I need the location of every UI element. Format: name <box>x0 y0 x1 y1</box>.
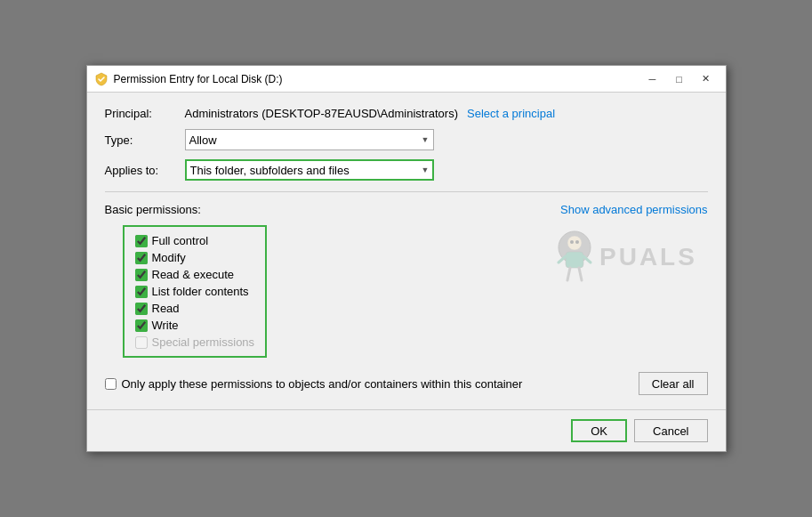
maximize-button[interactable]: □ <box>667 70 692 88</box>
read-execute-checkbox[interactable] <box>135 269 148 281</box>
window-body: Principal: Administrators (DESKTOP-87EAU… <box>87 93 726 409</box>
modify-checkbox[interactable] <box>135 252 148 264</box>
applies-select-wrapper: This folder, subfolders and files This f… <box>185 159 434 181</box>
type-select-wrapper: Allow Deny <box>185 129 434 150</box>
list-folder-checkbox[interactable] <box>135 286 148 298</box>
type-select[interactable]: Allow Deny <box>185 129 434 150</box>
svg-line-5 <box>567 268 570 280</box>
title-bar-buttons: ─ □ ✕ <box>640 70 719 88</box>
read-label: Read <box>152 302 180 315</box>
only-apply-checkbox[interactable] <box>105 378 117 390</box>
clear-all-button[interactable]: Clear all <box>639 372 708 395</box>
svg-point-7 <box>570 240 574 244</box>
permission-read-execute: Read & execute <box>135 268 255 281</box>
permission-list-folder: List folder contents <box>135 285 255 298</box>
special-label: Special permissions <box>152 335 255 349</box>
special-checkbox <box>135 336 148 349</box>
applies-select[interactable]: This folder, subfolders and files This f… <box>185 159 434 181</box>
only-apply-row: Only apply these permissions to objects … <box>105 377 523 391</box>
permission-read: Read <box>135 302 255 315</box>
bottom-section: Only apply these permissions to objects … <box>105 372 708 395</box>
list-folder-label: List folder contents <box>152 285 249 298</box>
read-execute-label: Read & execute <box>152 268 235 281</box>
permission-write: Write <box>135 319 255 332</box>
watermark-area: PUALS <box>548 225 708 296</box>
write-checkbox[interactable] <box>135 319 148 332</box>
permissions-left: Basic permissions: Full control Modify R… <box>105 203 548 358</box>
read-checkbox[interactable] <box>135 303 148 315</box>
footer-buttons: OK Cancel <box>87 409 726 451</box>
principal-value: Administrators (DESKTOP-87EAUSD\Administ… <box>185 107 459 120</box>
window-title: Permission Entry for Local Disk (D:) <box>114 73 283 85</box>
show-advanced-link[interactable]: Show advanced permissions <box>560 203 707 216</box>
type-row: Type: Allow Deny <box>105 129 708 150</box>
modify-label: Modify <box>152 251 186 264</box>
svg-text:PUALS: PUALS <box>599 243 697 271</box>
minimize-button[interactable]: ─ <box>640 70 665 88</box>
principal-row: Principal: Administrators (DESKTOP-87EAU… <box>105 107 708 120</box>
close-button[interactable]: ✕ <box>694 70 719 88</box>
permission-modify: Modify <box>135 251 255 264</box>
cancel-button[interactable]: Cancel <box>634 419 707 442</box>
right-panel: Show advanced permissions <box>548 203 708 296</box>
full-control-checkbox[interactable] <box>135 235 148 247</box>
svg-point-8 <box>575 240 579 244</box>
select-principal-link[interactable]: Select a principal <box>467 107 555 120</box>
appuals-watermark: PUALS <box>548 225 708 296</box>
principal-label: Principal: <box>105 107 185 120</box>
applies-row: Applies to: This folder, subfolders and … <box>105 159 708 181</box>
title-bar-left: Permission Entry for Local Disk (D:) <box>94 72 283 86</box>
full-control-label: Full control <box>152 234 209 247</box>
svg-line-6 <box>579 268 582 280</box>
basic-permissions-label: Basic permissions: <box>105 203 548 216</box>
shield-icon <box>94 72 109 86</box>
permissions-section: Basic permissions: Full control Modify R… <box>105 203 708 358</box>
divider-1 <box>105 191 708 192</box>
ok-button[interactable]: OK <box>571 419 627 442</box>
type-label: Type: <box>105 133 185 147</box>
title-bar: Permission Entry for Local Disk (D:) ─ □… <box>87 66 726 93</box>
svg-rect-2 <box>566 252 583 268</box>
permission-entry-window: Permission Entry for Local Disk (D:) ─ □… <box>86 65 727 452</box>
permission-full-control: Full control <box>135 234 255 247</box>
only-apply-label: Only apply these permissions to objects … <box>122 377 523 391</box>
permissions-checkbox-group: Full control Modify Read & execute List … <box>123 225 268 358</box>
applies-label: Applies to: <box>105 164 185 177</box>
write-label: Write <box>152 319 179 332</box>
permission-special: Special permissions <box>135 335 255 349</box>
svg-point-1 <box>567 236 582 250</box>
